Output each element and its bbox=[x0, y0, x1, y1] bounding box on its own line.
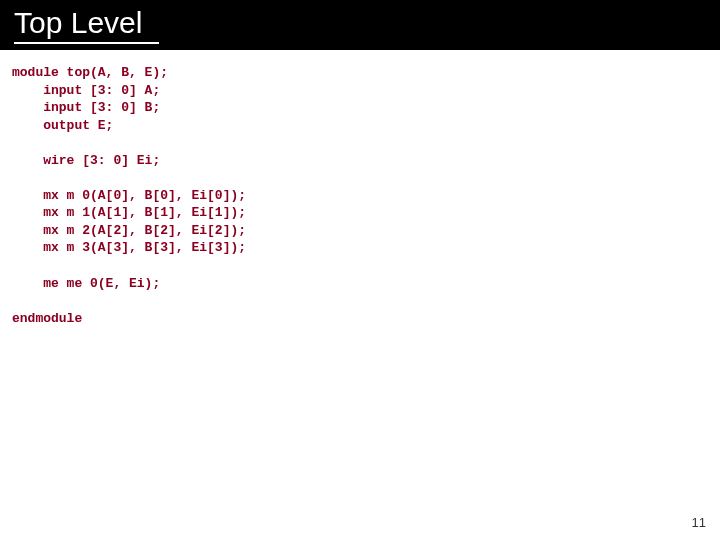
page-number: 11 bbox=[692, 515, 706, 530]
slide-title: Top Level bbox=[14, 6, 142, 39]
code-line: output E; bbox=[12, 118, 113, 133]
code-line: mx m 3(A[3], B[3], Ei[3]); bbox=[12, 240, 246, 255]
code-line: input [3: 0] B; bbox=[12, 100, 160, 115]
code-block: module top(A, B, E); input [3: 0] A; inp… bbox=[0, 50, 720, 341]
code-line: mx m 1(A[1], B[1], Ei[1]); bbox=[12, 205, 246, 220]
code-line: input [3: 0] A; bbox=[12, 83, 160, 98]
code-line: wire [3: 0] Ei; bbox=[12, 153, 160, 168]
code-line: mx m 2(A[2], B[2], Ei[2]); bbox=[12, 223, 246, 238]
code-line: mx m 0(A[0], B[0], Ei[0]); bbox=[12, 188, 246, 203]
code-line: module top(A, B, E); bbox=[12, 65, 168, 80]
code-line: me me 0(E, Ei); bbox=[12, 276, 160, 291]
title-underline bbox=[14, 42, 159, 44]
code-line: endmodule bbox=[12, 311, 82, 326]
